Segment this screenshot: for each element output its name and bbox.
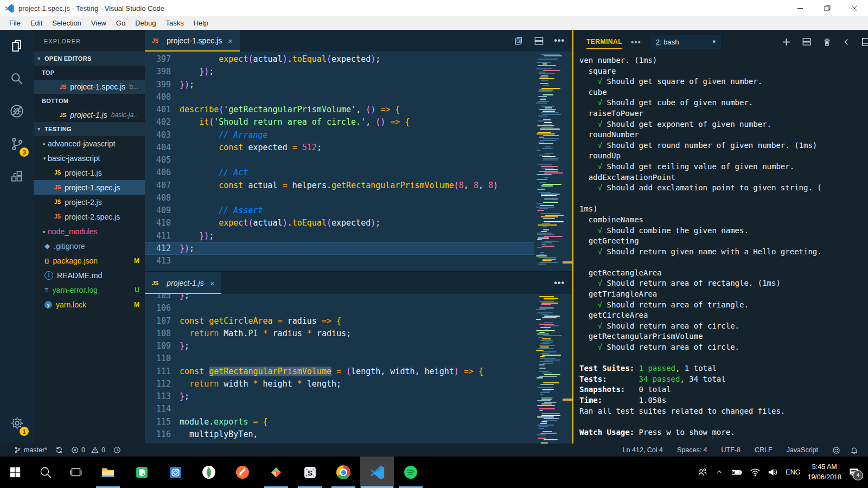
- code-line-411[interactable]: 411 });: [145, 230, 534, 242]
- source-control-icon[interactable]: 3: [0, 127, 34, 160]
- minimize-button[interactable]: [787, 0, 814, 16]
- tab-project-1-spec[interactable]: JS project-1.spec.js ×: [145, 30, 240, 52]
- code-line-110[interactable]: 110: [145, 352, 534, 365]
- chevron-up-icon[interactable]: [715, 468, 724, 477]
- panel-more-icon[interactable]: •••: [631, 37, 641, 47]
- jest-no-bug-icon[interactable]: [0, 95, 34, 127]
- tree-folder-basic-javascript[interactable]: ▾basic-javascript: [34, 151, 145, 165]
- testing-section-header[interactable]: ▾ TESTING: [34, 122, 145, 136]
- code-line-400[interactable]: 400: [145, 91, 534, 104]
- code-editor-js[interactable]: 105};106107const getCircleArea = radius …: [145, 294, 573, 445]
- code-line-111[interactable]: 111const getRectangularPrismVolume = (le…: [145, 365, 534, 378]
- instagram-icon[interactable]: [158, 457, 192, 488]
- code-line-407[interactable]: 407 const actual = helpers.getRectangula…: [145, 179, 534, 192]
- sync-icon[interactable]: [55, 446, 63, 454]
- tree-file-project-1-js[interactable]: JSproject-1.js: [34, 165, 145, 180]
- status-item-crlf[interactable]: CRLF: [755, 446, 773, 454]
- kill-terminal-icon[interactable]: [822, 37, 832, 47]
- code-editor-spec[interactable]: 397 expect(actual).toEqual(expected);398…: [145, 52, 573, 271]
- close-tab-icon[interactable]: ×: [228, 36, 233, 46]
- spotify-icon[interactable]: [394, 457, 427, 488]
- code-line-408[interactable]: 408: [145, 192, 534, 204]
- minimap[interactable]: [534, 54, 564, 271]
- code-line-401[interactable]: 401describe('getRectangularPrismVolume',…: [145, 104, 534, 116]
- code-line-115[interactable]: 115module.exports = {: [145, 416, 534, 428]
- taskbar-search-icon[interactable]: [30, 457, 61, 488]
- terminal-output[interactable]: ven number. (1ms) square √ Should get sq…: [579, 55, 868, 444]
- open-changes-icon[interactable]: [514, 36, 524, 46]
- open-editors-header[interactable]: ▾ OPEN EDITORS: [34, 52, 145, 66]
- menu-edit[interactable]: Edit: [25, 19, 47, 27]
- maximize-panel-icon[interactable]: [861, 37, 868, 47]
- extensions-icon[interactable]: [0, 160, 34, 192]
- slack-icon[interactable]: S: [293, 457, 327, 488]
- code-line-403[interactable]: 403 // Arrange: [145, 129, 534, 142]
- postman-icon[interactable]: [226, 457, 259, 488]
- code-line-109[interactable]: 109};: [145, 340, 534, 352]
- code-line-399[interactable]: 399});: [145, 79, 534, 91]
- code-line-406[interactable]: 406 // Act: [145, 166, 534, 179]
- close-tab-icon[interactable]: ×: [210, 279, 215, 288]
- tree-folder-advanced-javascript[interactable]: ▸advanced-javascript: [34, 136, 145, 151]
- file-explorer-icon[interactable]: [91, 457, 125, 488]
- chevron-left-icon[interactable]: [843, 38, 851, 46]
- code-line-402[interactable]: 402 it('Should return area of circle.', …: [145, 116, 534, 129]
- close-button[interactable]: [841, 0, 868, 16]
- feedback-smiley-icon[interactable]: [832, 446, 840, 454]
- settings-gear-icon[interactable]: 1: [0, 407, 34, 439]
- tree-file--gitignore[interactable]: ◆.gitignore: [34, 239, 145, 253]
- tree-file-project-2-spec-js[interactable]: JSproject-2.spec.js: [34, 209, 145, 224]
- tree-file-yarn-error-log[interactable]: ≡yarn-error.logU: [34, 282, 145, 297]
- explorer-icon[interactable]: [0, 30, 34, 62]
- code-line-404[interactable]: 404 const expected = 512;: [145, 142, 534, 154]
- status-item-javascript[interactable]: JavaScript: [787, 446, 818, 454]
- wifi-icon[interactable]: [750, 467, 761, 477]
- clock-icon[interactable]: [113, 446, 121, 454]
- vscode-icon[interactable]: [360, 457, 394, 488]
- mongodb-icon[interactable]: [192, 457, 226, 488]
- code-line-113[interactable]: 113};: [145, 390, 534, 403]
- split-terminal-icon[interactable]: [802, 37, 812, 47]
- tree-folder-node-modules[interactable]: ▸node_modules: [34, 224, 145, 239]
- clock-datetime[interactable]: 5:45 AM 19/06/2018: [807, 462, 841, 483]
- code-line-112[interactable]: 112 return width * height * length;: [145, 378, 534, 390]
- code-line-116[interactable]: 116 multiplyByTen,: [145, 428, 534, 441]
- action-center-icon[interactable]: 4: [848, 467, 859, 478]
- open-editor-item[interactable]: JSproject-1.spec.jsb...: [34, 80, 145, 94]
- more-actions-icon[interactable]: •••: [554, 36, 565, 46]
- code-line-405[interactable]: 405: [145, 154, 534, 166]
- code-line-106[interactable]: 106: [145, 302, 534, 314]
- code-line-105[interactable]: 105};: [145, 294, 534, 302]
- minimap[interactable]: [534, 296, 564, 445]
- status-item-ln-412-col-4[interactable]: Ln 412, Col 4: [623, 446, 663, 454]
- chrome-icon[interactable]: [327, 457, 360, 488]
- code-line-108[interactable]: 108 return Math.PI * radius * radius;: [145, 328, 534, 340]
- git-branch-indicator[interactable]: master*: [14, 446, 47, 454]
- open-editor-item[interactable]: JSproject-1.jsbasic-ja..: [34, 108, 145, 122]
- more-actions-icon[interactable]: •••: [554, 278, 565, 288]
- menu-help[interactable]: Help: [189, 19, 213, 27]
- code-line-398[interactable]: 398 });: [145, 66, 534, 78]
- task-view-icon[interactable]: [61, 457, 91, 488]
- code-line-107[interactable]: 107const getCircleArea = radius => {: [145, 315, 534, 328]
- evernote-icon[interactable]: [125, 457, 158, 488]
- tree-file-README-md[interactable]: iREADME.md: [34, 268, 145, 282]
- menu-view[interactable]: View: [86, 19, 111, 27]
- tree-file-yarn-lock[interactable]: yyarn.lockM: [34, 297, 145, 312]
- menu-file[interactable]: File: [4, 19, 25, 27]
- start-button[interactable]: [0, 457, 30, 488]
- tree-file-project-1-spec-js[interactable]: JSproject-1.spec.js: [34, 180, 145, 195]
- new-terminal-icon[interactable]: [782, 37, 791, 47]
- terminal-tab[interactable]: TERMINAL: [586, 38, 622, 49]
- menu-go[interactable]: Go: [111, 19, 130, 27]
- code-line-412[interactable]: 412});: [145, 242, 534, 255]
- tree-file-package-json[interactable]: {}package.jsonM: [34, 253, 145, 268]
- restore-button[interactable]: [814, 0, 841, 16]
- code-line-397[interactable]: 397 expect(actual).toEqual(expected);: [145, 53, 534, 66]
- menu-tasks[interactable]: Tasks: [161, 19, 188, 27]
- code-line-409[interactable]: 409 // Assert: [145, 204, 534, 217]
- code-line-413[interactable]: 413: [145, 255, 534, 267]
- problems-indicator[interactable]: 0 0: [71, 446, 105, 454]
- tab-project-1[interactable]: JS project-1.js ×: [145, 272, 221, 294]
- battery-icon[interactable]: [731, 467, 743, 477]
